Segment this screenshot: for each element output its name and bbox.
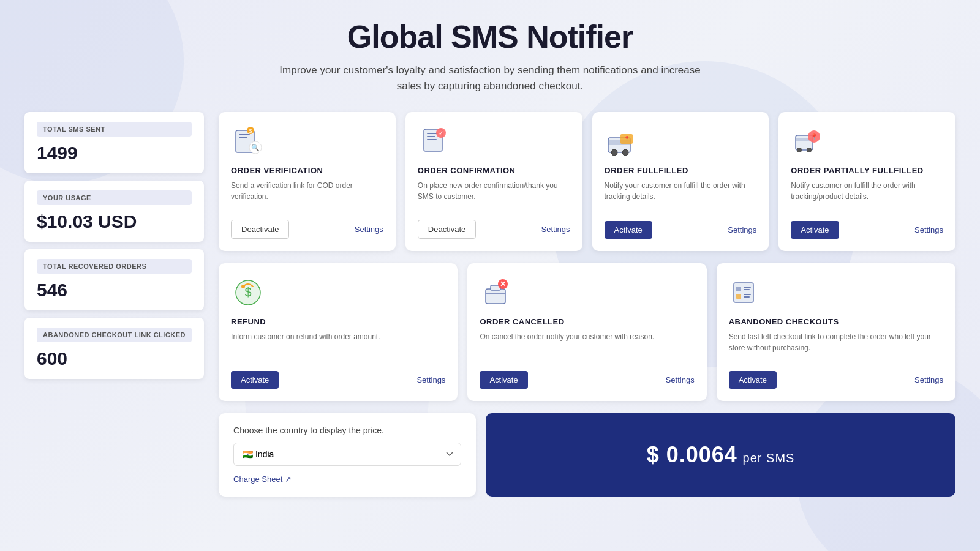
order-verification-actions: Deactivate Settings [231, 220, 383, 239]
order-fulfilled-actions: Activate Settings [605, 221, 757, 239]
abandoned-checkouts-desc: Send last left checkout link to complete… [729, 331, 943, 353]
order-verification-title: ORDER VERIFICATION [231, 166, 383, 175]
order-partially-fulfilled-icon: 📍 [791, 124, 825, 159]
card-divider [231, 211, 383, 211]
svg-rect-34 [736, 287, 741, 291]
svg-point-14 [611, 149, 617, 156]
refund-icon: $ [231, 276, 265, 310]
svg-rect-38 [744, 294, 751, 295]
svg-point-27 [241, 285, 245, 288]
svg-rect-37 [736, 294, 741, 299]
abandoned-checkouts-actions: Activate Settings [729, 371, 943, 389]
order-verification-deactivate-button[interactable]: Deactivate [231, 220, 289, 239]
svg-rect-1 [239, 134, 250, 135]
svg-text:$: $ [249, 128, 252, 134]
stat-card-usage: YOUR USAGE $10.03 USD [24, 181, 204, 242]
svg-point-20 [797, 148, 802, 152]
stat-value-usage: $10.03 USD [37, 211, 137, 231]
order-confirmation-title: ORDER CONFIRMATION [418, 166, 570, 175]
svg-rect-28 [486, 289, 505, 304]
order-confirmation-actions: Deactivate Settings [418, 220, 570, 239]
card-divider [231, 362, 445, 362]
card-divider [729, 362, 943, 362]
order-cancelled-actions: Activate Settings [480, 371, 694, 389]
svg-rect-35 [744, 287, 751, 288]
svg-text:📍: 📍 [623, 135, 630, 143]
svg-rect-36 [744, 289, 750, 290]
page-header: Global SMS Notifier Improve your custome… [24, 18, 956, 94]
card-order-fulfilled: 📍 ORDER FULLFILLED Notify your customer … [592, 112, 769, 251]
svg-text:🔍: 🔍 [251, 143, 260, 152]
stat-card-abandoned: ABANDONED CHECKOUT LINK CLICKED 600 [24, 318, 204, 379]
svg-point-21 [807, 148, 812, 152]
svg-rect-9 [427, 136, 435, 137]
order-fulfilled-icon: 📍 [605, 124, 639, 159]
svg-text:📍: 📍 [810, 133, 818, 141]
order-fulfilled-desc: Notify your customer on fulfill the orde… [605, 180, 757, 203]
order-partially-fulfilled-title: ORDER PARTIALLY FULLFILLED [791, 166, 943, 175]
svg-rect-39 [744, 296, 750, 298]
country-select[interactable]: 🇮🇳 India 🇺🇸 United States 🇬🇧 United King… [233, 443, 461, 466]
card-order-cancelled: ✕ ORDER CANCELLED On cancel the order no… [467, 263, 706, 401]
svg-rect-33 [734, 283, 753, 302]
card-divider [480, 362, 694, 362]
order-fulfilled-activate-button[interactable]: Activate [605, 221, 652, 239]
card-divider [418, 211, 570, 211]
sms-price-box: $ 0.0064 per SMS [486, 413, 956, 497]
stat-value-recovered: 546 [37, 280, 67, 300]
sms-price-amount: $ 0.0064 [647, 442, 737, 467]
abandoned-checkouts-activate-button[interactable]: Activate [729, 371, 777, 389]
country-selector-box: Choose the country to display the price.… [219, 413, 476, 497]
stat-value-abandoned: 600 [37, 348, 67, 369]
pricing-section: Choose the country to display the price.… [219, 413, 956, 497]
card-refund: $ REFUND Inform customer on refund with … [219, 263, 458, 401]
svg-text:✕: ✕ [500, 280, 506, 288]
svg-text:$: $ [245, 285, 252, 299]
card-order-confirmation: ✓ ORDER CONFIRMATION On place new order … [405, 112, 582, 251]
card-order-partially-fulfilled: 📍 ORDER PARTIALLY FULLFILLED Notify cust… [778, 112, 956, 251]
refund-settings-button[interactable]: Settings [417, 375, 445, 384]
order-cancelled-desc: On cancel the order notify your customer… [480, 331, 694, 353]
order-confirmation-settings-button[interactable]: Settings [541, 225, 570, 234]
stat-label-total-sms: TOTAL SMS SENT [37, 122, 192, 137]
refund-title: REFUND [231, 317, 445, 326]
stat-card-recovered: TOTAL RECOVERED ORDERS 546 [24, 249, 204, 310]
abandoned-checkouts-icon [729, 276, 763, 310]
stat-label-abandoned: ABANDONED CHECKOUT LINK CLICKED [37, 328, 192, 342]
order-cancelled-activate-button[interactable]: Activate [480, 371, 527, 389]
order-partially-fulfilled-desc: Notify customer on fulfill the order wit… [791, 180, 943, 203]
sms-price-per: per SMS [743, 451, 795, 465]
stat-card-total-sms: TOTAL SMS SENT 1499 [24, 112, 204, 173]
order-verification-settings-button[interactable]: Settings [355, 225, 383, 234]
card-divider [605, 212, 757, 212]
order-confirmation-desc: On place new order confirmation/thank yo… [418, 180, 570, 202]
order-fulfilled-settings-button[interactable]: Settings [728, 225, 756, 234]
cards-row-1: 🔍 $ ORDER VERIFICATION Send a verificati… [219, 112, 956, 251]
sms-price-display: $ 0.0064 per SMS [647, 442, 795, 468]
order-verification-desc: Send a verification link for COD order v… [231, 180, 383, 202]
svg-rect-2 [239, 137, 247, 138]
refund-activate-button[interactable]: Activate [231, 371, 279, 389]
card-abandoned-checkouts: ABANDONED CHECKOUTS Send last left check… [717, 263, 956, 401]
page-title: Global SMS Notifier [24, 18, 956, 55]
order-partially-fulfilled-settings-button[interactable]: Settings [914, 225, 943, 234]
order-cancelled-title: ORDER CANCELLED [480, 317, 694, 326]
svg-point-15 [622, 149, 628, 156]
order-cancelled-settings-button[interactable]: Settings [666, 375, 695, 384]
cards-row-2: $ REFUND Inform customer on refund with … [219, 263, 956, 401]
refund-desc: Inform customer on refund with order amo… [231, 331, 445, 353]
order-cancelled-icon: ✕ [480, 276, 514, 310]
svg-rect-10 [427, 139, 437, 140]
card-order-verification: 🔍 $ ORDER VERIFICATION Send a verificati… [219, 112, 396, 251]
stats-panel: TOTAL SMS SENT 1499 YOUR USAGE $10.03 US… [24, 112, 204, 379]
page-subtitle: Improve your customer's loyalty and sati… [276, 62, 704, 94]
stat-label-usage: YOUR USAGE [37, 190, 192, 205]
order-confirmation-deactivate-button[interactable]: Deactivate [418, 220, 476, 239]
order-fulfilled-title: ORDER FULLFILLED [605, 166, 757, 175]
abandoned-checkouts-title: ABANDONED CHECKOUTS [729, 317, 943, 326]
right-content: 🔍 $ ORDER VERIFICATION Send a verificati… [219, 112, 956, 497]
order-verification-icon: 🔍 $ [231, 124, 265, 159]
abandoned-checkouts-settings-button[interactable]: Settings [914, 375, 943, 384]
order-partially-fulfilled-activate-button[interactable]: Activate [791, 221, 839, 239]
charge-sheet-link[interactable]: Charge Sheet [233, 474, 292, 484]
